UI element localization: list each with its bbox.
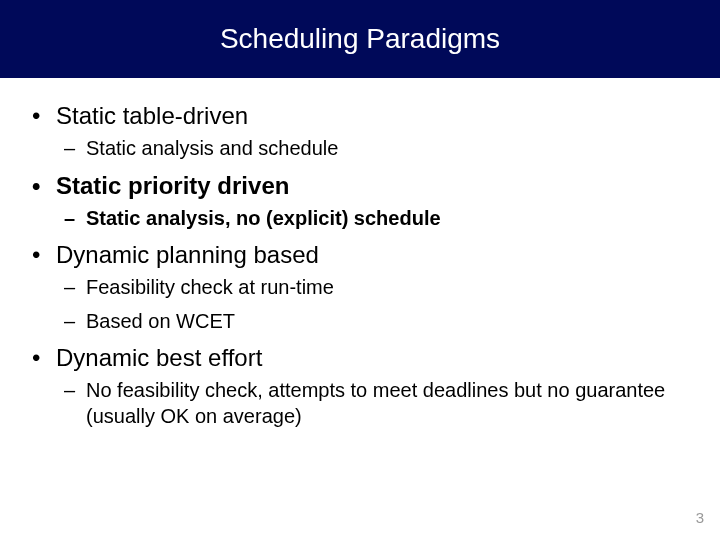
- bullet-item: • Static table-driven: [0, 96, 720, 132]
- bullet-text: Dynamic planning based: [56, 241, 319, 269]
- bullet-dash-icon: –: [64, 136, 86, 162]
- sub-bullet-item: – Static analysis, no (explicit) schedul…: [0, 202, 720, 236]
- page-number: 3: [696, 509, 704, 526]
- bullet-dot-icon: •: [32, 102, 56, 130]
- sub-bullet-item: – Based on WCET: [0, 305, 720, 339]
- sub-bullet-item: – No feasibility check, attempts to meet…: [0, 374, 720, 433]
- sub-bullet-item: – Static analysis and schedule: [0, 132, 720, 166]
- bullet-text: Static table-driven: [56, 102, 248, 130]
- sub-bullet-text: Static analysis and schedule: [86, 136, 338, 162]
- bullet-dash-icon: –: [64, 378, 86, 404]
- bullet-item: • Static priority driven: [0, 166, 720, 202]
- bullet-dot-icon: •: [32, 241, 56, 269]
- sub-bullet-text: Feasibility check at run-time: [86, 275, 334, 301]
- bullet-dash-icon: –: [64, 206, 86, 232]
- bullet-dash-icon: –: [64, 275, 86, 301]
- bullet-item: • Dynamic best effort: [0, 338, 720, 374]
- bullet-item: • Dynamic planning based: [0, 235, 720, 271]
- sub-bullet-item: – Feasibility check at run-time: [0, 271, 720, 305]
- sub-bullet-text: No feasibility check, attempts to meet d…: [86, 378, 680, 429]
- slide-title-bar: Scheduling Paradigms: [0, 0, 720, 78]
- bullet-text: Static priority driven: [56, 172, 289, 200]
- bullet-dash-icon: –: [64, 309, 86, 335]
- bullet-dot-icon: •: [32, 172, 56, 200]
- bullet-dot-icon: •: [32, 344, 56, 372]
- bullet-text: Dynamic best effort: [56, 344, 262, 372]
- slide-content: • Static table-driven – Static analysis …: [0, 78, 720, 434]
- slide-title: Scheduling Paradigms: [220, 23, 500, 55]
- sub-bullet-text: Static analysis, no (explicit) schedule: [86, 206, 441, 232]
- sub-bullet-text: Based on WCET: [86, 309, 235, 335]
